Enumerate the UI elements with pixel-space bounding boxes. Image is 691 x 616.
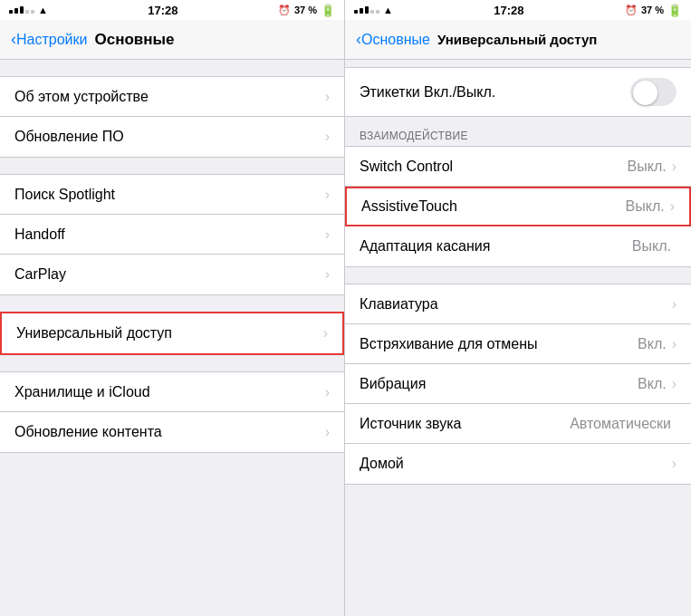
list-item[interactable]: Handoff ›	[0, 215, 344, 255]
left-wifi-icon: ▲	[38, 5, 48, 15]
list-item[interactable]: Адаптация касания Выкл.	[345, 226, 691, 266]
list-item[interactable]: Вибрация Вкл. ›	[345, 364, 691, 404]
right-nav-title: Универсальный доступ	[437, 32, 597, 47]
right-spacer-1	[345, 60, 691, 67]
chevron-icon: ›	[672, 296, 677, 313]
left-back-label[interactable]: Настройки	[16, 32, 87, 48]
chevron-icon: ›	[323, 325, 328, 342]
chevron-icon: ›	[325, 226, 330, 243]
list-item[interactable]: Клавиатура ›	[345, 284, 691, 324]
left-panel: ▲ 17:28 ⏰ 37 % 🔋 ‹ Настройки Основные Об…	[0, 0, 345, 616]
left-settings-list: Об этом устройстве › Обновление ПО ›	[0, 60, 344, 616]
signal-dots-right	[354, 6, 379, 14]
left-status-right: ⏰ 37 % 🔋	[278, 4, 335, 17]
left-group-4: Хранилище и iCloud › Обновление контента…	[0, 371, 344, 453]
left-battery-icon: 🔋	[321, 4, 335, 17]
left-nav-bar: ‹ Настройки Основные	[0, 20, 344, 60]
toggle-etikety[interactable]	[630, 78, 677, 106]
right-panel: ▲ 17:28 ⏰ 37 % 🔋 ‹ Основные Универсальны…	[345, 0, 691, 616]
list-item[interactable]: Switch Control Выкл. ›	[345, 147, 691, 187]
right-group-3: Клавиатура › Встряхивание для отмены Вкл…	[345, 284, 691, 485]
right-battery-icon: 🔋	[667, 4, 682, 17]
toggle-knob	[633, 81, 657, 105]
right-wifi-icon: ▲	[383, 5, 393, 15]
chevron-icon: ›	[672, 159, 677, 175]
right-battery-text: 37 %	[641, 5, 664, 15]
left-battery-text: 37 %	[294, 5, 317, 15]
left-group-1: Об этом устройстве › Обновление ПО ›	[0, 76, 344, 158]
spacer-4	[0, 355, 344, 371]
chevron-icon: ›	[672, 456, 677, 472]
chevron-icon: ›	[325, 89, 330, 105]
chevron-icon: ›	[325, 266, 330, 283]
chevron-icon: ›	[672, 336, 677, 352]
chevron-icon: ›	[325, 187, 330, 203]
universal-access-item[interactable]: Универсальный доступ ›	[2, 313, 342, 353]
right-status-right: ⏰ 37 % 🔋	[625, 4, 682, 17]
right-back-label[interactable]: Основные	[361, 32, 430, 48]
spacer-5	[0, 453, 344, 469]
right-nav-bar: ‹ Основные Универсальный доступ	[345, 20, 691, 60]
right-group-2: Switch Control Выкл. › AssistiveTouch Вы…	[345, 146, 691, 267]
chevron-icon: ›	[325, 129, 330, 145]
left-group-2: Поиск Spotlight › Handoff ›	[0, 174, 344, 295]
spacer-1	[0, 60, 344, 76]
left-status-bar: ▲ 17:28 ⏰ 37 % 🔋	[0, 0, 344, 20]
list-item[interactable]: Встряхивание для отмены Вкл. ›	[345, 324, 691, 364]
left-nav-title: Основные	[94, 31, 174, 49]
list-item[interactable]: CarPlay ›	[0, 255, 344, 294]
list-item[interactable]: Этикетки Вкл./Выкл.	[345, 68, 691, 116]
spacer-2	[0, 158, 344, 174]
right-spacer-3	[345, 267, 691, 284]
right-status-bar: ▲ 17:28 ⏰ 37 % 🔋	[345, 0, 691, 20]
screens-container: ▲ 17:28 ⏰ 37 % 🔋 ‹ Настройки Основные Об…	[0, 0, 691, 616]
right-group-1: Этикетки Вкл./Выкл.	[345, 67, 691, 117]
left-time: 17:28	[148, 4, 178, 17]
right-alarm-icon: ⏰	[625, 5, 638, 16]
left-alarm-icon: ⏰	[278, 5, 291, 16]
right-status-left: ▲	[354, 5, 393, 15]
chevron-icon: ›	[670, 198, 675, 215]
right-time: 17:28	[494, 4, 523, 17]
left-status-left: ▲	[9, 5, 48, 15]
spacer-3	[0, 295, 344, 312]
left-group-3: Универсальный доступ ›	[0, 312, 344, 355]
list-item[interactable]: Источник звука Автоматически	[345, 404, 691, 444]
list-item[interactable]: Об этом устройстве ›	[0, 77, 344, 117]
assistive-touch-item[interactable]: AssistiveTouch Выкл. ›	[345, 187, 691, 226]
right-spacer-4	[345, 485, 691, 501]
list-item[interactable]: Хранилище и iCloud ›	[0, 372, 344, 412]
right-section-label-interaction: ВЗАИМОДЕЙСТВИЕ	[345, 122, 691, 146]
chevron-icon: ›	[325, 384, 330, 400]
chevron-icon: ›	[672, 376, 677, 392]
list-item[interactable]: Поиск Spotlight ›	[0, 175, 344, 215]
list-item[interactable]: Обновление контента ›	[0, 412, 344, 452]
signal-dots	[9, 6, 34, 14]
list-item[interactable]: Обновление ПО ›	[0, 117, 344, 157]
right-settings-list: Этикетки Вкл./Выкл. ВЗАИМОДЕЙСТВИЕ Switc…	[345, 60, 691, 616]
chevron-icon: ›	[325, 424, 330, 440]
list-item[interactable]: Домой ›	[345, 444, 691, 484]
